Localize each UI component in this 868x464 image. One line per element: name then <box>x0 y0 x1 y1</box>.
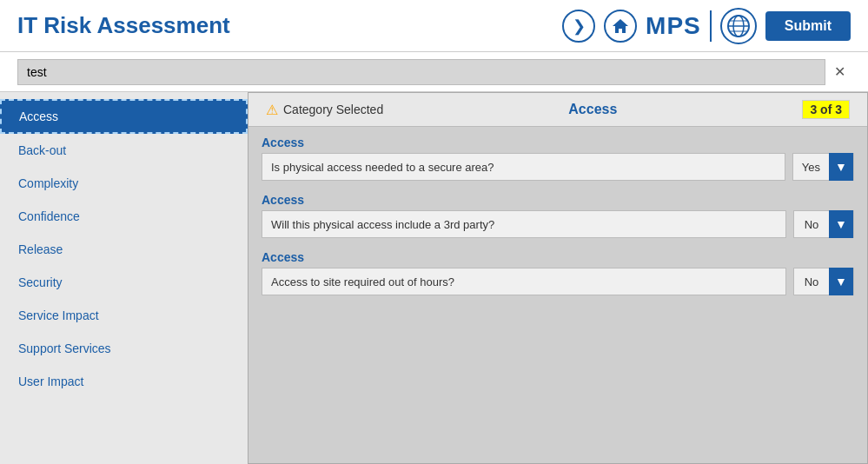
category-selected-label: Category Selected <box>283 103 383 116</box>
sidebar-item-access[interactable]: Access <box>0 99 248 134</box>
dropdown-arrow-2[interactable]: ▼ <box>829 210 853 238</box>
sidebar: Access Back-out Complexity Confidence Re… <box>0 92 248 464</box>
question-text-3: Access to site required out of hours? <box>262 268 786 295</box>
sidebar-item-service-impact[interactable]: Service Impact <box>0 299 248 332</box>
sidebar-item-support-services[interactable]: Support Services <box>0 332 248 365</box>
question-row-1: Is physical access needed to a secure ar… <box>262 153 854 181</box>
selected-category-name: Access <box>568 102 617 117</box>
sidebar-item-release[interactable]: Release <box>0 233 248 266</box>
header: IT Risk Assessment ❯ MPS Submit <box>0 0 868 52</box>
question-label-2: Access <box>262 193 854 207</box>
header-divider <box>710 10 712 42</box>
search-input[interactable] <box>17 59 825 85</box>
clear-search-button[interactable]: ✕ <box>829 62 851 82</box>
content-inner: ⚠ Category Selected Access 3 of 3 Access… <box>248 92 868 464</box>
question-label-1: Access <box>262 136 854 149</box>
dropdown-arrow-1[interactable]: ▼ <box>829 153 853 181</box>
question-label-3: Access <box>262 250 854 264</box>
category-header: ⚠ Category Selected Access 3 of 3 <box>248 93 867 127</box>
question-group-2: Access Will this physical access include… <box>262 193 854 238</box>
question-group-1: Access Is physical access needed to a se… <box>262 136 854 181</box>
header-icons: ❯ MPS Submit <box>562 8 851 44</box>
progress-badge: 3 of 3 <box>802 100 850 119</box>
sidebar-item-backout[interactable]: Back-out <box>0 134 248 167</box>
sidebar-item-user-impact[interactable]: User Impact <box>0 365 248 398</box>
dropdown-2[interactable]: No ▼ <box>793 210 854 238</box>
home-nav-icon[interactable] <box>604 10 637 43</box>
dropdown-arrow-3[interactable]: ▼ <box>829 268 853 295</box>
globe-icon[interactable] <box>720 8 757 44</box>
question-text-1: Is physical access needed to a secure ar… <box>262 153 785 181</box>
dropdown-3[interactable]: No ▼ <box>793 268 854 295</box>
warning-icon: ⚠ <box>266 102 278 118</box>
sidebar-item-confidence[interactable]: Confidence <box>0 200 248 233</box>
main-layout: Access Back-out Complexity Confidence Re… <box>0 92 868 464</box>
dropdown-1[interactable]: Yes ▼ <box>792 153 854 181</box>
dropdown-value-3: No <box>794 275 829 288</box>
question-text-2: Will this physical access include a 3rd … <box>262 210 786 238</box>
dropdown-value-2: No <box>794 218 829 231</box>
question-row-3: Access to site required out of hours? No… <box>262 268 854 295</box>
question-group-3: Access Access to site required out of ho… <box>262 250 854 295</box>
question-row-2: Will this physical access include a 3rd … <box>262 210 854 238</box>
forward-nav-icon[interactable]: ❯ <box>562 10 595 43</box>
submit-button[interactable]: Submit <box>765 11 851 41</box>
questions-container: Access Is physical access needed to a se… <box>248 127 867 316</box>
content-area: ⚠ Category Selected Access 3 of 3 Access… <box>248 92 868 464</box>
sidebar-item-security[interactable]: Security <box>0 266 248 299</box>
dropdown-value-1: Yes <box>793 161 829 174</box>
search-bar: ✕ <box>0 52 868 92</box>
sidebar-item-complexity[interactable]: Complexity <box>0 167 248 200</box>
mps-logo: MPS <box>646 12 701 40</box>
app-title: IT Risk Assessment <box>17 12 230 39</box>
